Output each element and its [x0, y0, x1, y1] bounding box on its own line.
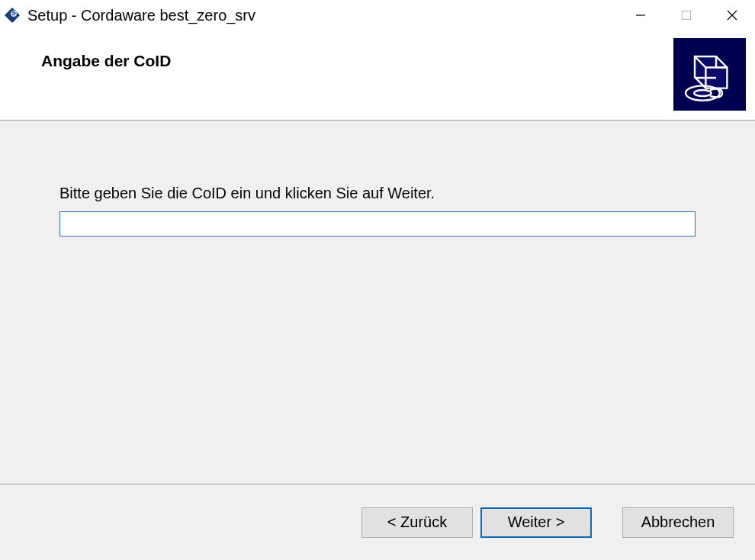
- instruction-text: Bitte geben Sie die CoID ein und klicken…: [59, 185, 696, 202]
- minimize-button[interactable]: [618, 0, 663, 31]
- back-button[interactable]: < Zurück: [361, 507, 473, 538]
- wizard-footer: < Zurück Weiter > Abbrechen: [0, 484, 755, 560]
- svg-rect-4: [683, 11, 691, 20]
- page-title: Angabe der CoID: [41, 52, 171, 70]
- installer-icon: [673, 38, 746, 111]
- next-button[interactable]: Weiter >: [480, 507, 592, 538]
- wizard-content: Bitte geben Sie die CoID ein und klicken…: [0, 121, 755, 484]
- window-title: Setup - Cordaware best_zero_srv: [27, 7, 618, 24]
- close-button[interactable]: [709, 0, 755, 31]
- window-controls: [618, 0, 755, 31]
- titlebar: Co Setup - Cordaware best_zero_srv: [0, 0, 755, 31]
- app-icon: Co: [3, 6, 21, 24]
- coid-input[interactable]: [59, 211, 696, 237]
- maximize-button: [663, 0, 709, 31]
- svg-point-9: [694, 90, 711, 96]
- cancel-button[interactable]: Abbrechen: [622, 507, 734, 538]
- svg-text:Co: Co: [11, 12, 17, 17]
- wizard-header: Angabe der CoID: [0, 31, 755, 121]
